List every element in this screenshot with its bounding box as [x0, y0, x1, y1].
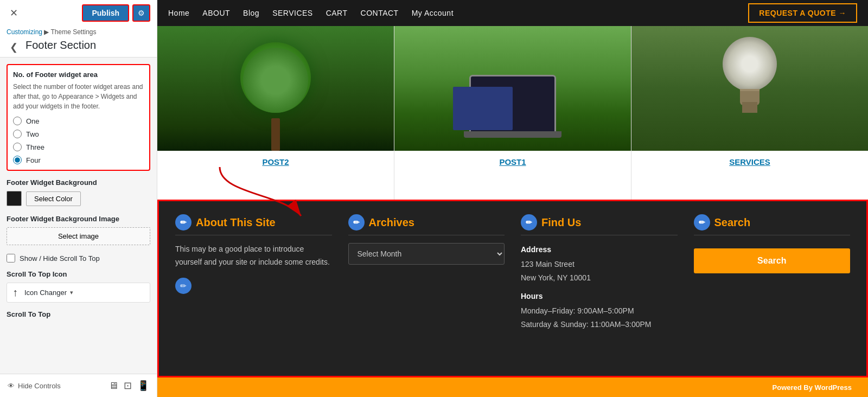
post-card-3: SERVICES	[631, 26, 868, 200]
address-label: Address	[521, 243, 678, 257]
nav-contact[interactable]: CONTACT	[361, 9, 399, 17]
option-four[interactable]: Four	[13, 156, 144, 164]
nav-about[interactable]: ABOUT	[202, 9, 230, 17]
nav-links: Home ABOUT Blog SERVICES CART CONTACT My…	[168, 9, 454, 17]
breadcrumb: Customizing ▶ Theme Settings	[7, 26, 150, 37]
footer-archives-col: ✏ Archives Select Month	[348, 214, 505, 363]
powered-by-text: Powered By WordPress	[773, 383, 852, 392]
radio-two[interactable]	[13, 130, 22, 138]
footer-widget-area-desc: Select the number of footer widget areas…	[13, 82, 144, 111]
panel-top-bar: ✕ Publish ⚙	[7, 4, 150, 26]
archives-title-text: Archives	[369, 216, 415, 229]
about-widget-icon: ✏	[175, 214, 192, 230]
bottom-bar: Powered By WordPress	[157, 377, 868, 397]
archives-widget-icon: ✏	[348, 214, 365, 230]
hours-label: Hours	[521, 290, 678, 303]
search-widget-icon: ✏	[694, 214, 710, 230]
mobile-icon[interactable]: 📱	[137, 380, 149, 392]
findus-title-text: Find Us	[541, 216, 581, 229]
hide-controls-button[interactable]: 👁 Hide Controls	[8, 382, 61, 390]
select-image-button[interactable]: Select image	[7, 227, 150, 245]
request-quote-button[interactable]: REQUEST A QUOTE →	[748, 3, 857, 23]
post-card-1: POST2	[157, 26, 394, 200]
post-image-3	[631, 26, 868, 151]
footer-archives-title: ✏ Archives	[348, 214, 505, 235]
archives-month-select[interactable]: Select Month	[348, 243, 505, 265]
findus-widget-icon: ✏	[521, 214, 537, 230]
footer-widget-bg-image-section: Footer Widget Background Image Select im…	[7, 215, 150, 245]
nav-my-account[interactable]: My Account	[412, 9, 454, 17]
panel-footer: 👁 Hide Controls 🖥 ⊡ 📱	[0, 374, 157, 397]
scroll-icon-row: ↑ Icon Changer ▾	[7, 283, 150, 303]
scroll-to-top-section-label: Scroll To Top	[7, 310, 150, 318]
radio-four[interactable]	[13, 156, 22, 164]
tablet-icon[interactable]: ⊡	[124, 380, 132, 392]
footer-search-col: ✏ Search Search	[694, 214, 851, 363]
scroll-icon-symbol: ↑	[12, 286, 18, 299]
eye-icon: 👁	[8, 382, 15, 390]
color-btn-row: Select Color	[7, 191, 150, 206]
footer-about-title: ✏ About This Site	[175, 214, 332, 235]
publish-button[interactable]: Publish	[82, 4, 129, 22]
post-title-1[interactable]: POST2	[262, 151, 289, 170]
post-title-2[interactable]: POST1	[499, 151, 526, 170]
footer-section: ✏ About This Site This may be a good pla…	[157, 200, 868, 377]
back-button[interactable]: ❮	[7, 40, 21, 54]
radio-one[interactable]	[13, 117, 22, 125]
radio-three[interactable]	[13, 143, 22, 151]
nav-home[interactable]: Home	[168, 9, 189, 17]
footer-widget-bg-image-label: Footer Widget Background Image	[7, 215, 150, 223]
select-color-button[interactable]: Select Color	[26, 191, 81, 206]
search-button[interactable]: Search	[694, 248, 851, 273]
footer-about-link-icon: ✏	[175, 278, 192, 294]
option-two[interactable]: Two	[13, 130, 144, 138]
scroll-to-top-label: Show / Hide Scroll To Top	[20, 254, 100, 262]
breadcrumb-separator: ▶	[42, 28, 50, 36]
desktop-icon[interactable]: 🖥	[108, 380, 118, 392]
footer-about-col: ✏ About This Site This may be a good pla…	[175, 214, 332, 363]
scroll-to-top-icon-label: Scroll To Top Icon	[7, 270, 150, 278]
footer-search-title: ✏ Search	[694, 214, 851, 235]
footer-widget-area-options: One Two Three Four	[13, 117, 144, 164]
icon-changer-button[interactable]: Icon Changer ▾	[24, 289, 73, 297]
breadcrumb-theme-settings: Theme Settings	[50, 28, 96, 36]
find-us-address: Address 123 Main Street New York, NY 100…	[521, 243, 678, 331]
breadcrumb-customizing[interactable]: Customizing	[7, 28, 42, 36]
footer-widget-area-title: No. of Footer widget area	[13, 71, 144, 79]
option-three[interactable]: Three	[13, 143, 144, 151]
nav-blog[interactable]: Blog	[243, 9, 259, 17]
scroll-to-top-checkbox-row[interactable]: Show / Hide Scroll To Top	[7, 254, 150, 262]
scroll-to-top-icon-section: Scroll To Top Icon ↑ Icon Changer ▾	[7, 270, 150, 303]
search-title-text: Search	[714, 216, 751, 229]
settings-button[interactable]: ⚙	[132, 4, 150, 22]
nav-bar: Home ABOUT Blog SERVICES CART CONTACT My…	[157, 0, 868, 26]
about-title-text: About This Site	[196, 216, 276, 229]
option-one[interactable]: One	[13, 117, 144, 125]
panel-title: Footer Section	[25, 37, 96, 57]
panel-header: ✕ Publish ⚙ Customizing ▶ Theme Settings…	[0, 0, 157, 57]
customizer-panel: ✕ Publish ⚙ Customizing ▶ Theme Settings…	[0, 0, 157, 397]
hide-controls-label: Hide Controls	[18, 382, 61, 390]
nav-cart[interactable]: CART	[326, 9, 348, 17]
footer-widget-bg-section: Footer Widget Background Select Color	[7, 178, 150, 206]
scroll-to-top-checkbox[interactable]	[7, 254, 15, 262]
address-line1: 123 Main Street	[521, 258, 678, 271]
close-button[interactable]: ✕	[7, 6, 21, 20]
footer-widget-area-section: No. of Footer widget area Select the num…	[7, 64, 150, 171]
hours-weekend: Saturday & Sunday: 11:00AM–3:00PM	[521, 318, 678, 331]
post-title-3[interactable]: SERVICES	[729, 151, 770, 170]
main-preview: Home ABOUT Blog SERVICES CART CONTACT My…	[157, 0, 868, 397]
footer-device-icons: 🖥 ⊡ 📱	[108, 380, 149, 392]
post-image-1	[157, 26, 394, 151]
hours-weekday: Monday–Friday: 9:00AM–5:00PM	[521, 304, 678, 318]
chevron-down-icon: ▾	[70, 289, 73, 296]
color-swatch	[7, 191, 22, 206]
footer-widget-bg-label: Footer Widget Background	[7, 178, 150, 187]
panel-content: No. of Footer widget area Select the num…	[0, 57, 157, 374]
post-card-2: POST1	[394, 26, 631, 200]
footer-findus-col: ✏ Find Us Address 123 Main Street New Yo…	[521, 214, 678, 363]
nav-services[interactable]: SERVICES	[272, 9, 313, 17]
icon-changer-label: Icon Changer	[24, 289, 67, 297]
footer-about-text: This may be a good place to introduce yo…	[175, 243, 332, 269]
address-line2: New York, NY 10001	[521, 271, 678, 285]
